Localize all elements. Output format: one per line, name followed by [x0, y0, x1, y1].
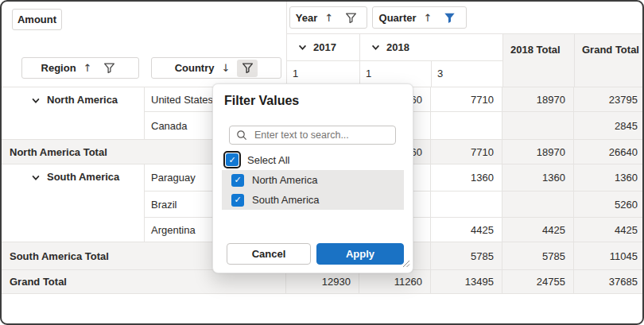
collapse-chevron-icon[interactable] [30, 95, 41, 106]
value-cell[interactable]: 18970 [502, 140, 574, 164]
value-cell[interactable]: 1360 [502, 164, 574, 192]
column-header-grand-total[interactable]: Grand Total [574, 33, 644, 87]
filter-options-list: North America South America [222, 170, 404, 210]
value-cell[interactable]: 11045 [574, 242, 644, 270]
value-cell[interactable]: 1360 [574, 164, 644, 192]
cell-value: 4425 [542, 224, 565, 236]
value-cell[interactable]: 2845 [574, 112, 644, 140]
row-header-label: North America [47, 94, 118, 106]
value-cell[interactable]: 11260 [359, 270, 431, 294]
sort-descending-icon: ↓ [221, 62, 230, 74]
value-cell[interactable]: 37685 [574, 270, 644, 294]
sort-ascending-icon: ↑ [424, 12, 433, 24]
value-cell[interactable]: 1360 [431, 164, 502, 192]
value-cell[interactable] [431, 112, 502, 140]
collapse-chevron-icon[interactable] [30, 172, 41, 183]
cell-value: 5260 [615, 199, 638, 211]
row-header-label: Canada [151, 120, 188, 132]
cell-value: 4425 [471, 224, 494, 236]
value-cell[interactable]: 7710 [431, 140, 502, 164]
value-cell[interactable]: 13495 [431, 270, 502, 294]
filter-icon[interactable] [237, 60, 258, 77]
quarter-header-cell[interactable]: 3 [431, 60, 502, 87]
cell-value: 12930 [322, 276, 351, 288]
cell-value: 18970 [537, 94, 565, 106]
row-header-label: Paraguay [151, 172, 196, 184]
column-header-label: 2018 [386, 41, 409, 53]
value-cell[interactable]: 24755 [502, 270, 574, 294]
sort-ascending-icon: ↑ [83, 62, 92, 74]
select-all-checkbox[interactable] [226, 153, 239, 166]
row-header-label: United States [151, 94, 213, 106]
cell-value: 5785 [542, 250, 565, 262]
cell-value: 24755 [537, 276, 565, 288]
cell-value: 5785 [471, 250, 494, 262]
column-header-2018[interactable]: 2018 [359, 33, 502, 60]
cancel-button-label: Cancel [252, 248, 286, 260]
cell-value: 23795 [609, 94, 638, 106]
value-cell[interactable]: 4425 [431, 218, 502, 242]
cell-value: 26640 [609, 146, 638, 158]
select-all-row[interactable]: Select All [223, 151, 289, 168]
option-label: North America [252, 174, 317, 186]
collapse-chevron-icon[interactable] [370, 42, 381, 52]
total-row-text: North America Total [10, 146, 107, 158]
value-cell[interactable]: 18970 [502, 87, 574, 112]
sort-ascending-icon: ↑ [324, 12, 333, 24]
cell-value: 37685 [609, 276, 638, 288]
cell-value: 7710 [471, 146, 494, 158]
cell-value: 1360 [615, 172, 638, 184]
column-header-2018-total[interactable]: 2018 Total [502, 33, 574, 87]
year-field-button[interactable]: Year ↑ [289, 6, 367, 29]
grand-total-row-label: Grand Total [2, 270, 286, 294]
cell-value: 2845 [615, 120, 638, 132]
value-cell[interactable]: 5785 [431, 242, 502, 270]
filter-active-icon[interactable] [439, 9, 460, 26]
collapse-chevron-icon[interactable] [297, 42, 308, 52]
resize-grip-icon[interactable] [402, 258, 410, 270]
column-header-2017[interactable]: 2017 [286, 33, 359, 60]
measure-field-button[interactable]: Amount [12, 9, 62, 30]
option-checkbox[interactable] [231, 194, 244, 207]
country-field-button[interactable]: Country ↓ [151, 57, 281, 79]
cancel-button[interactable]: Cancel [227, 243, 311, 265]
quarter-header-label: 1 [293, 68, 298, 79]
filter-icon[interactable] [340, 9, 361, 26]
cell-value: 11045 [610, 250, 638, 262]
value-cell[interactable]: 12930 [286, 270, 359, 294]
value-cell[interactable]: 5785 [502, 242, 574, 270]
search-box[interactable] [229, 126, 396, 145]
value-cell[interactable] [502, 192, 574, 218]
value-cell[interactable]: 7710 [431, 87, 502, 112]
value-cell[interactable] [502, 112, 574, 140]
filter-values-dialog: Filter Values Select All North America S… [212, 83, 413, 273]
cell-value: 1360 [471, 172, 494, 184]
total-row-text: South America Total [10, 250, 109, 262]
value-cell[interactable]: 4425 [502, 218, 574, 242]
column-header-label: 2017 [313, 41, 336, 53]
cell-value: 11260 [394, 276, 422, 288]
option-checkbox[interactable] [231, 174, 244, 187]
value-cell[interactable] [431, 192, 502, 218]
apply-button[interactable]: Apply [316, 243, 404, 265]
pivot-table: Amount Region ↑ Country ↓ Year ↑ Quarter… [0, 0, 644, 325]
cell-value: 18970 [537, 146, 565, 158]
cell-value: 1360 [542, 172, 565, 184]
checkbox-focus-ring [223, 151, 241, 168]
value-cell[interactable]: 26640 [574, 140, 644, 164]
row-header-label: Brazil [151, 199, 177, 211]
region-field-button[interactable]: Region ↑ [21, 57, 139, 79]
row-header-north-america[interactable]: North America [2, 87, 145, 140]
value-cell[interactable]: 5260 [574, 192, 644, 218]
row-header-label: Argentina [151, 224, 196, 236]
row-header-south-america[interactable]: South America [2, 164, 145, 242]
option-label: South America [252, 194, 320, 206]
filter-icon[interactable] [99, 60, 119, 77]
column-header-label: Grand Total [582, 44, 639, 56]
value-cell[interactable]: 23795 [574, 87, 644, 112]
search-input[interactable] [253, 129, 389, 141]
quarter-field-button[interactable]: Quarter ↑ [372, 6, 467, 29]
option-south-america[interactable]: South America [222, 190, 404, 210]
value-cell[interactable]: 4425 [574, 218, 644, 242]
option-north-america[interactable]: North America [222, 170, 404, 190]
